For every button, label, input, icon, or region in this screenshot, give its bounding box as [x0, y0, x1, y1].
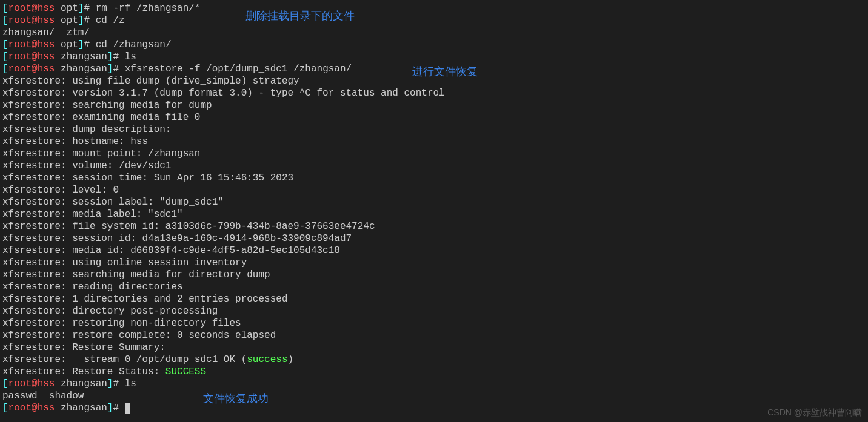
ls-output: passwd shadow	[2, 390, 866, 402]
output-line: xfsrestore: session time: Sun Apr 16 15:…	[2, 172, 866, 184]
annotation-file-recovery: 进行文件恢复	[412, 65, 478, 77]
prompt-line: [root@hss opt]# cd /z	[2, 15, 866, 27]
output-line: xfsrestore: session label: "dump_sdc1"	[2, 196, 866, 208]
command-cd-z: cd /z	[96, 15, 125, 26]
output-line: xfsrestore: searching media for director…	[2, 269, 866, 281]
output-line: xfsrestore: mount point: /zhangsan	[2, 148, 866, 160]
prompt-line: [root@hss opt]# cd /zhangsan/	[2, 39, 866, 51]
annotation-recovery-success: 文件恢复成功	[203, 392, 269, 404]
output-line: xfsrestore: Restore Summary:	[2, 341, 866, 354]
tab-completion-output: zhangsan/ ztm/	[2, 27, 866, 39]
output-line: xfsrestore: version 3.1.7 (dump format 3…	[2, 87, 866, 99]
command-xfsrestore: xfsrestore -f /opt/dump_sdc1 /zhangsan/	[125, 64, 352, 74]
output-line: xfsrestore: volume: /dev/sdc1	[2, 160, 866, 172]
command-rm: rm -rf /zhangsan/*	[96, 3, 201, 14]
output-line: xfsrestore: restoring non-directory file…	[2, 317, 866, 329]
annotation-delete-files: 删除挂载目录下的文件	[245, 10, 355, 22]
output-line: xfsrestore: 1 directories and 2 entries …	[2, 293, 866, 305]
output-line: xfsrestore: dump description:	[2, 124, 866, 136]
output-line-success: xfsrestore: stream 0 /opt/dump_sdc1 OK (…	[2, 354, 866, 366]
output-line: xfsrestore: examining media file 0	[2, 111, 866, 124]
watermark-text: CSDN @赤壁战神曹阿瞒	[767, 406, 862, 418]
cursor-icon	[125, 403, 130, 414]
output-line: xfsrestore: reading directories	[2, 281, 866, 293]
command-ls: ls	[125, 51, 136, 62]
prompt-line: [root@hss zhangsan]# ls	[2, 51, 866, 63]
prompt-line-active[interactable]: [root@hss zhangsan]#	[2, 402, 866, 414]
prompt-line: [root@hss zhangsan]# ls	[2, 378, 866, 390]
output-line: xfsrestore: directory post-processing	[2, 305, 866, 317]
prompt-line: [root@hss opt]# rm -rf /zhangsan/*	[2, 2, 866, 15]
output-line: xfsrestore: searching media for dump	[2, 99, 866, 111]
command-cd-zhangsan: cd /zhangsan/	[96, 39, 172, 50]
output-line: xfsrestore: restore complete: 0 seconds …	[2, 329, 866, 341]
output-line: xfsrestore: media label: "sdc1"	[2, 208, 866, 220]
output-line: xfsrestore: level: 0	[2, 184, 866, 196]
output-line-status: xfsrestore: Restore Status: SUCCESS	[2, 366, 866, 378]
output-line: xfsrestore: using online session invento…	[2, 257, 866, 269]
output-line: xfsrestore: media id: d66839f4-c9de-4df5…	[2, 245, 866, 257]
command-ls: ls	[125, 378, 136, 389]
output-line: xfsrestore: file system id: a3103d6c-799…	[2, 220, 866, 232]
terminal-content[interactable]: [root@hss opt]# rm -rf /zhangsan/* [root…	[2, 2, 866, 414]
output-line: xfsrestore: hostname: hss	[2, 136, 866, 148]
output-line: xfsrestore: session id: d4a13e9a-160c-49…	[2, 232, 866, 245]
